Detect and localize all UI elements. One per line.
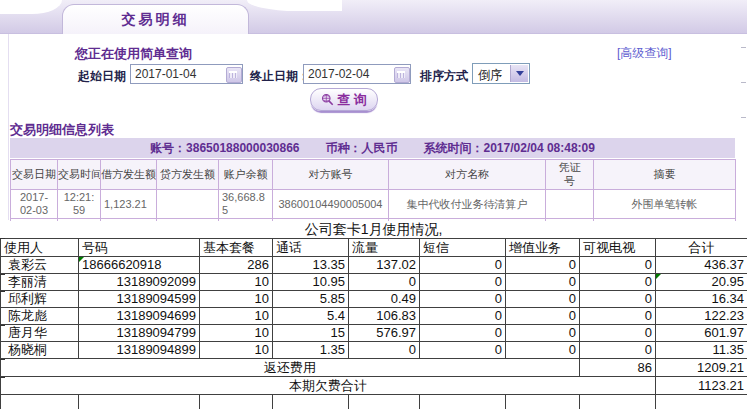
sheet-header-data[interactable]: 流量	[349, 239, 420, 257]
sheet-cell[interactable]: 13189094899	[79, 342, 200, 359]
sheet-cell[interactable]: 0.49	[349, 291, 420, 308]
sheet-edge-tick	[0, 291, 5, 292]
sheet-header-sms[interactable]: 短信	[420, 239, 506, 257]
col-header-debit: 借方发生额	[101, 160, 157, 190]
sort-order-select[interactable]: 倒序	[472, 63, 530, 84]
sheet-cell[interactable]	[273, 395, 349, 410]
advanced-query-link[interactable]: [高级查询]	[617, 45, 672, 62]
sheet-cell[interactable]	[656, 395, 747, 410]
sheet-cell[interactable]: 10	[200, 342, 273, 359]
sheet-cell[interactable]: 0	[420, 342, 506, 359]
sheet-cell[interactable]: 13189094799	[79, 325, 200, 342]
col-header-trade-date: 交易日期	[11, 160, 58, 190]
sheet-cell[interactable]: 0	[580, 274, 656, 291]
sheet-cell[interactable]: 10.95	[273, 274, 349, 291]
sheet-cell[interactable]: 1.35	[273, 342, 349, 359]
sheet-cell[interactable]: 106.83	[349, 308, 420, 325]
sheet-cell[interactable]: 0	[420, 257, 506, 274]
sheet-cell[interactable]: 0	[506, 257, 580, 274]
sheet-cell[interactable]: 邱利辉	[1, 291, 79, 308]
refund-row: 返还费用 86 1209.21	[1, 359, 747, 377]
sheet-cell[interactable]: 137.02	[349, 257, 420, 274]
sheet-cell[interactable]: 杨晓桐	[1, 342, 79, 359]
sheet-cell[interactable]: 436.37	[656, 257, 747, 274]
sheet-cell[interactable]: 10	[200, 308, 273, 325]
sheet-header-vas[interactable]: 增值业务	[506, 239, 580, 257]
tab-transaction-detail[interactable]: 交易明细	[62, 4, 249, 34]
dropdown-arrow-button[interactable]	[510, 65, 528, 82]
sheet-cell[interactable]	[349, 395, 420, 410]
sheet-cell[interactable]: 18666620918	[79, 257, 200, 274]
sheet-cell[interactable]: 20.95	[656, 274, 747, 291]
sheet-cell[interactable]: 0	[506, 274, 580, 291]
sheet-cell[interactable]: 李丽清	[1, 274, 79, 291]
sheet-header-user[interactable]: 使用人	[1, 239, 79, 257]
refund-tv-cell[interactable]: 86	[580, 359, 656, 377]
sheet-cell[interactable]: 286	[200, 257, 273, 274]
sheet-cell[interactable]: 0	[580, 257, 656, 274]
sheet-cell[interactable]: 0	[349, 342, 420, 359]
sheet-cell[interactable]	[506, 395, 580, 410]
window-edge-tick	[741, 82, 746, 83]
sheet-cell[interactable]: 唐月华	[1, 325, 79, 342]
sheet-cell[interactable]: 122.23	[656, 308, 747, 325]
calendar-icon[interactable]	[226, 67, 242, 83]
sheet-cell[interactable]: 0	[349, 274, 420, 291]
sheet-cell[interactable]	[580, 395, 656, 410]
sheet-cell[interactable]: 0	[506, 342, 580, 359]
sheet-cell[interactable]: 袁彩云	[1, 257, 79, 274]
sheet-cell[interactable]: 576.97	[349, 325, 420, 342]
sheet-cell[interactable]: 0	[580, 325, 656, 342]
start-date-label: 起始日期：	[78, 68, 138, 85]
sheet-cell[interactable]	[1, 395, 79, 410]
col-header-voucher: 凭证号	[546, 160, 594, 190]
sheet-header-tv[interactable]: 可视电视	[580, 239, 656, 257]
sheet-cell[interactable]: 0	[420, 325, 506, 342]
sheet-cell[interactable]: 0	[420, 291, 506, 308]
sheet-cell[interactable]: 0	[580, 291, 656, 308]
sheet-header-number[interactable]: 号码	[79, 239, 200, 257]
sheet-cell[interactable]	[79, 395, 200, 410]
sheet-edge-tick	[0, 238, 5, 239]
col-header-summary: 摘要	[594, 160, 736, 190]
refund-label-cell[interactable]: 返还费用	[1, 359, 580, 377]
sheet-cell[interactable]: 10	[200, 274, 273, 291]
sheet-cell[interactable]: 0	[420, 308, 506, 325]
sheet-header-base-plan[interactable]: 基本套餐	[200, 239, 273, 257]
sheet-cell[interactable]	[200, 395, 273, 410]
arrears-total-cell[interactable]: 1123.21	[656, 377, 747, 395]
sheet-cell[interactable]: 13189094599	[79, 291, 200, 308]
sheet-cell[interactable]: 5.4	[273, 308, 349, 325]
col-header-credit: 贷方发生额	[157, 160, 219, 190]
search-button[interactable]: 查 询	[310, 88, 378, 111]
sheet-header-total[interactable]: 合计	[656, 239, 747, 257]
sheet-header-calls[interactable]: 通话	[273, 239, 349, 257]
sheet-cell[interactable]: 5.85	[273, 291, 349, 308]
sheet-cell[interactable]: 10	[200, 291, 273, 308]
band-left-curve	[0, 0, 62, 14]
sheet-cell[interactable]: 0	[506, 308, 580, 325]
sheet-cell[interactable]: 10	[200, 325, 273, 342]
chevron-down-icon	[516, 71, 524, 76]
calendar-icon[interactable]	[394, 67, 410, 83]
sheet-cell[interactable]: 13189094699	[79, 308, 200, 325]
sheet-cell[interactable]: 11.35	[656, 342, 747, 359]
sheet-cell[interactable]: 陈龙彪	[1, 308, 79, 325]
sheet-cell[interactable]: 0	[506, 291, 580, 308]
sheet-cell[interactable]: 0	[506, 325, 580, 342]
sheet-cell[interactable]: 16.34	[656, 291, 747, 308]
sheet-cell[interactable]: 15	[273, 325, 349, 342]
sheet-cell[interactable]: 13189092099	[79, 274, 200, 291]
refund-total-cell[interactable]: 1209.21	[656, 359, 747, 377]
sheet-row: 杨晓桐 13189094899 10 1.35 0 0 0 0 11.35	[1, 342, 747, 359]
sheet-cell[interactable]	[420, 395, 506, 410]
sheet-cell[interactable]: 601.97	[656, 325, 747, 342]
sheet-cell[interactable]: 0	[580, 342, 656, 359]
arrears-label-cell[interactable]: 本期欠费合计	[1, 377, 656, 395]
sheet-cell[interactable]: 13.35	[273, 257, 349, 274]
excel-error-marker-icon	[656, 274, 661, 279]
sheet-cell[interactable]: 0	[420, 274, 506, 291]
account-number: 账号：38650188000030866	[150, 140, 299, 157]
cell-trade-time: 12:21:59	[58, 190, 101, 219]
sheet-cell[interactable]: 0	[580, 308, 656, 325]
